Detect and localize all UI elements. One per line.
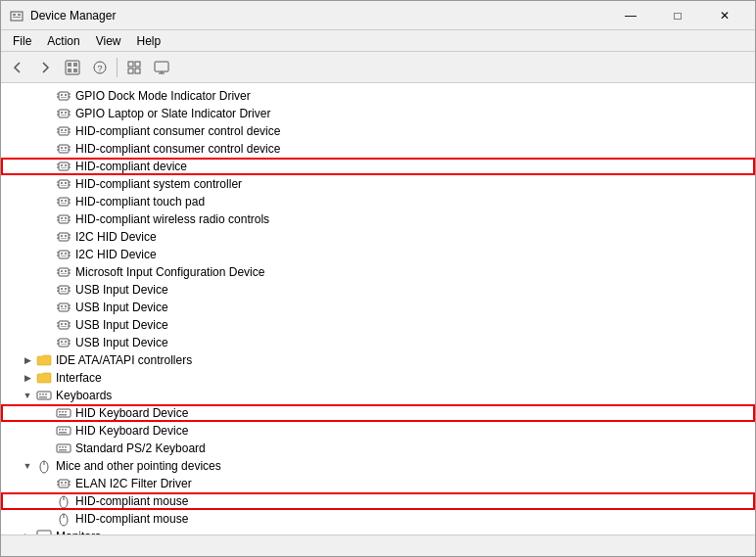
expand-icon-keyboards[interactable]: ▼: [21, 389, 34, 402]
tree-item-keyboards[interactable]: ▼ Keyboards: [1, 387, 755, 404]
svg-rect-151: [65, 429, 67, 431]
properties-button[interactable]: [60, 55, 85, 80]
expand-icon-hid2: [40, 142, 54, 156]
tree-item-ide[interactable]: ▶ IDE ATA/ATAPI controllers: [1, 351, 755, 369]
svg-rect-44: [65, 147, 67, 149]
scan-button[interactable]: [121, 55, 147, 80]
device-icon-usb3: [56, 317, 71, 333]
svg-rect-149: [59, 429, 61, 431]
close-button[interactable]: ✕: [702, 1, 747, 30]
svg-rect-75: [61, 217, 63, 219]
svg-rect-8: [73, 69, 77, 72]
menu-view[interactable]: View: [88, 30, 129, 52]
svg-rect-116: [65, 305, 67, 307]
tree-item-hid_kbd2[interactable]: HID Keyboard Device: [1, 422, 755, 440]
window-title: Device Manager: [30, 9, 608, 23]
expand-icon-i2c2: [40, 248, 54, 261]
tree-item-i2c2[interactable]: I2C HID Device: [1, 246, 755, 263]
expand-icon-hid1: [40, 124, 54, 138]
svg-rect-156: [65, 446, 67, 448]
tree-item-usb4[interactable]: USB Input Device: [1, 334, 755, 351]
device-icon-ms1: [56, 264, 71, 280]
svg-rect-143: [57, 409, 71, 417]
svg-rect-53: [61, 167, 67, 168]
svg-rect-92: [65, 253, 67, 255]
monitor-button[interactable]: [149, 55, 174, 80]
svg-rect-150: [62, 429, 64, 431]
menu-file[interactable]: File: [5, 30, 39, 52]
svg-rect-146: [65, 411, 67, 413]
tree-item-label-hid_mouse1: HID-compliant mouse: [75, 494, 188, 508]
expand-icon-usb4: [40, 336, 54, 349]
svg-rect-161: [61, 482, 63, 484]
expand-icon-hid_kbd1: [40, 406, 54, 420]
svg-rect-124: [65, 323, 67, 325]
tree-item-hid4[interactable]: HID-compliant system controller: [1, 175, 755, 193]
tree-item-hid6[interactable]: HID-compliant wireless radio controls: [1, 210, 755, 228]
expand-icon-hid6: [40, 212, 54, 226]
expand-icon-usb2: [40, 301, 54, 314]
svg-rect-114: [59, 303, 69, 311]
tree-item-hid_kbd1[interactable]: HID Keyboard Device: [1, 404, 755, 422]
tree-item-hid_mouse1[interactable]: HID-compliant mouse: [1, 492, 755, 510]
tree-item-hid2[interactable]: HID-compliant consumer control device: [1, 140, 755, 158]
minimize-button[interactable]: —: [608, 1, 653, 30]
tree-item-usb2[interactable]: USB Input Device: [1, 299, 755, 316]
tree-item-usb3[interactable]: USB Input Device: [1, 316, 755, 334]
expand-icon-ide[interactable]: ▶: [21, 353, 34, 367]
back-button[interactable]: [5, 55, 30, 80]
tree-item-gpio1[interactable]: GPIO Dock Mode Indicator Driver: [1, 87, 755, 105]
menu-action[interactable]: Action: [39, 30, 87, 52]
svg-rect-99: [61, 270, 63, 272]
svg-rect-66: [59, 198, 69, 206]
svg-rect-93: [61, 255, 67, 256]
svg-rect-1: [13, 14, 16, 16]
menu-help[interactable]: Help: [129, 30, 169, 52]
tree-item-label-usb2: USB Input Device: [75, 301, 168, 314]
help-button[interactable]: ?: [87, 55, 113, 80]
tree-item-monitors[interactable]: ▶ Monitors: [1, 528, 755, 534]
tree-item-label-gpio2: GPIO Laptop or Slate Indicator Driver: [75, 107, 270, 120]
svg-rect-6: [73, 63, 77, 67]
svg-rect-27: [61, 112, 63, 114]
svg-rect-7: [68, 69, 71, 72]
tree-item-mice[interactable]: ▼ Mice and other pointing devices: [1, 457, 755, 475]
svg-rect-29: [61, 115, 67, 116]
tree-item-usb1[interactable]: USB Input Device: [1, 281, 755, 299]
device-tree[interactable]: GPIO Dock Mode Indicator Driver GPIO Lap…: [1, 83, 755, 534]
menu-bar: File Action View Help: [1, 30, 755, 52]
expand-icon-iface[interactable]: ▶: [21, 371, 34, 385]
svg-rect-60: [65, 182, 67, 184]
maximize-button[interactable]: □: [655, 1, 700, 30]
expand-icon-mice[interactable]: ▼: [21, 459, 34, 473]
forward-button[interactable]: [32, 55, 58, 80]
svg-rect-61: [61, 185, 67, 186]
tree-item-ms1[interactable]: Microsoft Input Configuration Device: [1, 263, 755, 281]
svg-rect-100: [65, 270, 67, 272]
svg-rect-82: [59, 233, 69, 241]
tree-item-label-hid3: HID-compliant device: [75, 160, 187, 173]
tree-item-hid_mouse2[interactable]: HID-compliant mouse: [1, 510, 755, 528]
svg-rect-153: [57, 444, 71, 452]
expand-icon-usb3: [40, 318, 54, 332]
svg-rect-117: [61, 308, 67, 309]
expand-icon-std_kbd: [40, 441, 54, 455]
tree-item-std_kbd[interactable]: Standard PS/2 Keyboard: [1, 440, 755, 457]
tree-item-elan[interactable]: ELAN I2C Filter Driver: [1, 475, 755, 492]
svg-rect-52: [65, 164, 67, 166]
tree-item-iface[interactable]: ▶ Interface: [1, 369, 755, 387]
svg-rect-145: [62, 411, 64, 413]
tree-item-i2c1[interactable]: I2C HID Device: [1, 228, 755, 246]
tree-item-label-i2c2: I2C HID Device: [75, 248, 157, 261]
toolbar: ?: [1, 52, 755, 83]
tree-item-hid5[interactable]: HID-compliant touch pad: [1, 193, 755, 210]
expand-icon-hid_kbd2: [40, 424, 54, 438]
tree-item-hid1[interactable]: HID-compliant consumer control device: [1, 122, 755, 140]
svg-rect-163: [61, 485, 67, 486]
tree-item-hid3[interactable]: HID-compliant device: [1, 158, 755, 175]
expand-icon-hid_mouse1: [40, 494, 54, 508]
expand-icon-i2c1: [40, 230, 54, 244]
tree-item-label-hid1: HID-compliant consumer control device: [75, 124, 280, 138]
tree-item-gpio2[interactable]: GPIO Laptop or Slate Indicator Driver: [1, 105, 755, 122]
svg-rect-3: [13, 17, 21, 18]
